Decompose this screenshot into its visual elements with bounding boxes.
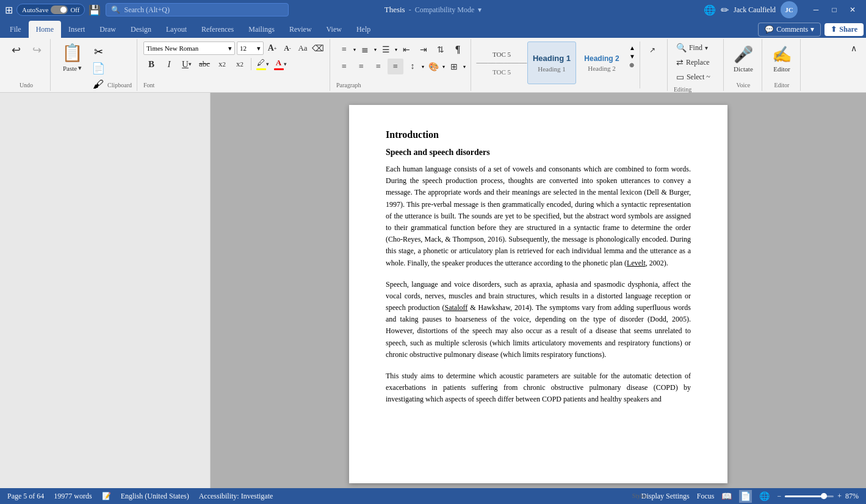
replace-button[interactable]: ⇄ Replace bbox=[674, 56, 713, 69]
title-bar-left: ⊞ AutoSave Off 💾 bbox=[5, 4, 101, 16]
bold-button[interactable]: B bbox=[143, 56, 159, 72]
italic-button[interactable]: I bbox=[161, 56, 177, 72]
style-heading1[interactable]: Heading 1 Heading 1 bbox=[527, 41, 576, 84]
comments-label: Comments bbox=[776, 25, 808, 34]
zoom-slider-thumb[interactable] bbox=[821, 493, 827, 499]
accessibility-label[interactable]: Accessibility: Investigate bbox=[199, 492, 273, 501]
sataloff-ref: Sataloff bbox=[445, 303, 468, 312]
tab-design[interactable]: Design bbox=[123, 21, 159, 38]
internet-icon[interactable]: 🌐 bbox=[704, 4, 716, 16]
styles-dialog-launcher[interactable]: ↗ bbox=[643, 44, 662, 57]
tab-review[interactable]: Review bbox=[282, 21, 319, 38]
cut-button[interactable]: ✂ bbox=[90, 44, 106, 60]
user-avatar[interactable]: JC bbox=[781, 1, 798, 18]
style-toc5[interactable]: TOC 5 ───────────── TOC 5 bbox=[477, 41, 526, 84]
minimize-btn[interactable]: ─ bbox=[807, 1, 825, 18]
search-icon: 🔍 bbox=[111, 5, 120, 15]
styles-scroll-up[interactable]: ▲ bbox=[627, 44, 637, 52]
strikethrough-button[interactable]: abc bbox=[197, 56, 212, 72]
font-color-button[interactable]: A ▾ bbox=[272, 56, 288, 72]
zoom-slider[interactable] bbox=[785, 495, 834, 497]
shading-button[interactable]: 🎨 bbox=[425, 59, 441, 74]
editor-button[interactable]: ✍ Editor bbox=[768, 41, 795, 76]
zoom-slider-fill bbox=[785, 495, 821, 497]
styles-scroll-down[interactable]: ▼ bbox=[627, 52, 637, 60]
align-right-button[interactable]: ≡ bbox=[370, 59, 386, 74]
share-label: Share bbox=[839, 25, 857, 34]
numbering-button[interactable]: ≣ bbox=[357, 41, 373, 57]
tab-view[interactable]: View bbox=[319, 21, 349, 38]
change-case-button[interactable]: Aa bbox=[296, 41, 309, 55]
subscript-button[interactable]: x2 bbox=[214, 56, 230, 72]
undo-button[interactable]: ↩ bbox=[6, 41, 26, 59]
pen-icon[interactable]: ✏ bbox=[721, 4, 729, 16]
comments-button[interactable]: 💬 Comments ▾ bbox=[758, 23, 821, 37]
tab-insert[interactable]: Insert bbox=[61, 21, 92, 38]
display-settings-button[interactable]: Display Settings bbox=[641, 492, 690, 501]
font-size-select[interactable]: 12 ▾ bbox=[237, 41, 264, 55]
decrease-font-button[interactable]: A- bbox=[281, 41, 294, 55]
text-highlight-button[interactable]: 🖊 ▾ bbox=[254, 56, 270, 72]
restore-btn[interactable]: □ bbox=[826, 1, 843, 18]
heading2-label: Heading 2 bbox=[588, 65, 616, 72]
underline-button[interactable]: U ▾ bbox=[179, 56, 195, 72]
font-group-label: Font bbox=[143, 81, 154, 88]
collapse-ribbon-button[interactable]: ∧ bbox=[844, 41, 864, 56]
styles-expand[interactable]: ⊕ bbox=[627, 61, 637, 69]
line-spacing-button[interactable]: ↕ bbox=[405, 59, 420, 74]
paste-icon: 📋 bbox=[62, 43, 83, 63]
superscript-button[interactable]: x2 bbox=[232, 56, 248, 72]
format-painter-button[interactable]: 🖌 bbox=[90, 77, 106, 92]
share-icon: ⬆ bbox=[831, 25, 837, 34]
bullets-button[interactable]: ≡ bbox=[336, 41, 352, 57]
tab-home[interactable]: Home bbox=[29, 21, 61, 38]
borders-button[interactable]: ⊞ bbox=[446, 59, 462, 74]
find-button[interactable]: 🔍 Find ▾ bbox=[674, 41, 713, 54]
zoom-control[interactable]: − + 87% bbox=[777, 492, 859, 501]
paste-chevron: ▾ bbox=[78, 64, 82, 72]
language-label: English (United States) bbox=[121, 492, 189, 501]
font-family-select[interactable]: Times New Roman ▾ bbox=[143, 41, 235, 55]
doc-compatibility[interactable]: Compatibility Mode bbox=[415, 5, 475, 15]
select-button[interactable]: ▭ Select ~ bbox=[674, 71, 713, 84]
align-center-button[interactable]: ≡ bbox=[353, 59, 369, 74]
share-button[interactable]: ⬆ Share bbox=[825, 23, 864, 36]
zoom-in-button[interactable]: + bbox=[837, 492, 842, 501]
autosave-badge[interactable]: AutoSave Off bbox=[16, 4, 85, 16]
chevron-down-icon: ▾ bbox=[810, 25, 814, 34]
decrease-indent-button[interactable]: ⇤ bbox=[399, 41, 414, 57]
copy-button[interactable]: 📄 bbox=[90, 60, 106, 76]
increase-font-button[interactable]: A+ bbox=[265, 41, 279, 55]
tab-file[interactable]: File bbox=[2, 21, 29, 38]
clear-format-button[interactable]: ⌫ bbox=[311, 41, 325, 55]
dictate-button[interactable]: 🎤 Dictate bbox=[730, 41, 757, 76]
toc5-label: TOC 5 bbox=[493, 68, 511, 76]
multilevel-button[interactable]: ☰ bbox=[378, 41, 394, 57]
search-box[interactable]: 🔍 Search (Alt+Q) bbox=[106, 3, 289, 16]
language-indicator[interactable]: 📝 bbox=[102, 492, 111, 501]
sort-button[interactable]: ⇅ bbox=[433, 41, 449, 57]
align-left-button[interactable]: ≡ bbox=[336, 59, 352, 74]
doc-scroll-area[interactable]: Introduction Speech and speech disorders… bbox=[211, 93, 866, 488]
web-layout-button[interactable]: 🌐 bbox=[759, 491, 770, 502]
tab-draw[interactable]: Draw bbox=[92, 21, 123, 38]
tab-references[interactable]: References bbox=[194, 21, 241, 38]
align-justify-button[interactable]: ≡ bbox=[388, 59, 403, 74]
increase-indent-button[interactable]: ⇥ bbox=[416, 41, 431, 57]
apps-icon[interactable]: ⊞ bbox=[5, 4, 13, 16]
read-mode-button[interactable]: 📖 bbox=[721, 491, 732, 502]
save-icon[interactable]: 💾 bbox=[88, 4, 101, 16]
focus-button[interactable]: Focus bbox=[697, 492, 715, 501]
tab-help[interactable]: Help bbox=[349, 21, 378, 38]
show-marks-button[interactable]: ¶ bbox=[450, 41, 466, 57]
redo-button[interactable]: ↪ bbox=[27, 41, 46, 59]
paste-button[interactable]: 📋 Paste ▾ bbox=[57, 41, 88, 73]
tab-layout[interactable]: Layout bbox=[159, 21, 194, 38]
autosave-toggle[interactable] bbox=[51, 5, 68, 14]
page-info: Page 5 of 64 bbox=[7, 492, 44, 501]
zoom-out-button[interactable]: − bbox=[777, 492, 781, 501]
tab-mailings[interactable]: Mailings bbox=[241, 21, 282, 38]
style-heading2[interactable]: Heading 2 Heading 2 bbox=[577, 41, 626, 84]
print-layout-button[interactable]: 📄 bbox=[739, 490, 752, 503]
close-btn[interactable]: ✕ bbox=[844, 1, 861, 18]
